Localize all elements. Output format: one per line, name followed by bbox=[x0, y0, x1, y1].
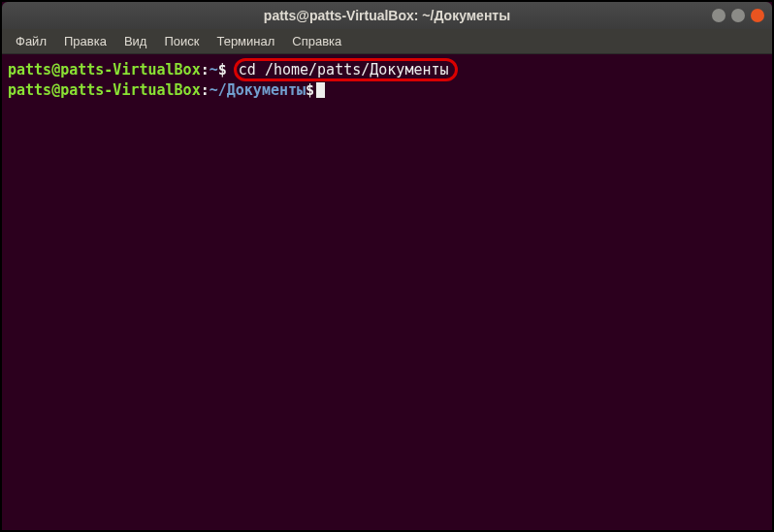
terminal-line-2: patts@patts-VirtualBox:~/Документы$ bbox=[8, 81, 766, 99]
maximize-button[interactable] bbox=[731, 9, 745, 22]
terminal-body[interactable]: patts@patts-VirtualBox:~$ cd /home/patts… bbox=[2, 54, 772, 530]
menu-view[interactable]: Вид bbox=[116, 31, 155, 51]
menubar: Файл Правка Вид Поиск Терминал Справка bbox=[2, 29, 772, 54]
close-button[interactable] bbox=[751, 9, 764, 22]
terminal-window: patts@patts-VirtualBox: ~/Документы Файл… bbox=[2, 2, 772, 530]
minimize-button[interactable] bbox=[712, 9, 726, 22]
prompt-colon: : bbox=[201, 81, 210, 99]
prompt-user: patts@patts-VirtualBox bbox=[8, 61, 201, 78]
terminal-line-1: patts@patts-VirtualBox:~$ cd /home/patts… bbox=[8, 58, 766, 81]
menu-edit[interactable]: Правка bbox=[56, 31, 114, 51]
prompt-user: patts@patts-VirtualBox bbox=[8, 81, 201, 99]
cursor-icon bbox=[316, 82, 325, 98]
menu-file[interactable]: Файл bbox=[8, 31, 54, 51]
prompt-colon: : bbox=[201, 61, 210, 78]
command-highlight: cd /home/patts/Документы bbox=[234, 58, 458, 81]
menu-search[interactable]: Поиск bbox=[156, 31, 207, 51]
titlebar: patts@patts-VirtualBox: ~/Документы bbox=[2, 2, 772, 29]
window-title: patts@patts-VirtualBox: ~/Документы bbox=[264, 8, 510, 23]
prompt-path: ~/Документы bbox=[210, 81, 306, 99]
window-controls bbox=[712, 9, 764, 22]
menu-help[interactable]: Справка bbox=[284, 31, 349, 51]
prompt-dollar: $ bbox=[306, 81, 314, 99]
menu-terminal[interactable]: Терминал bbox=[209, 31, 282, 51]
prompt-path: ~ bbox=[210, 61, 218, 78]
command-text: cd /home/patts/Документы bbox=[239, 61, 449, 78]
